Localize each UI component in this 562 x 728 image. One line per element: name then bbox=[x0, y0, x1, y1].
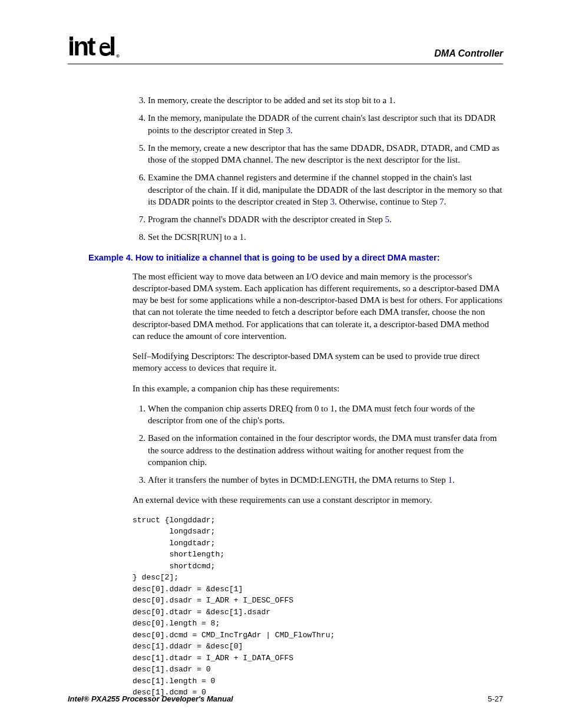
list-text: When the companion chip asserts DREQ fro… bbox=[148, 403, 503, 427]
text-run: . bbox=[290, 126, 293, 135]
list-item: 7. Program the channel's DDADR with the … bbox=[133, 213, 503, 225]
code-block: struct {longddadr; longdsadr; longdtadr;… bbox=[133, 515, 503, 699]
ordered-list-steps: 3. In memory, create the descriptor to b… bbox=[133, 94, 503, 243]
text-run: . bbox=[444, 197, 446, 206]
list-number: 3. bbox=[133, 474, 148, 486]
example-heading: Example 4. How to initialize a channel t… bbox=[88, 253, 503, 262]
list-item: 8. Set the DCSR[RUN] to a 1. bbox=[133, 231, 503, 243]
list-text: Set the DCSR[RUN] to a 1. bbox=[148, 231, 503, 243]
list-text: In the memory, create a new descriptor t… bbox=[148, 142, 503, 166]
text-run: . bbox=[389, 215, 392, 224]
list-number: 6. bbox=[133, 172, 148, 207]
step-link[interactable]: 5 bbox=[385, 215, 390, 224]
list-number: 5. bbox=[133, 142, 148, 166]
paragraph: In this example, a companion chip has th… bbox=[133, 383, 503, 394]
svg-point-2 bbox=[70, 37, 73, 41]
paragraph: The most efficient way to move data betw… bbox=[133, 271, 503, 342]
page-number: 5-27 bbox=[488, 694, 503, 703]
paragraph: An external device with these requiremen… bbox=[133, 494, 503, 506]
list-text: After it transfers the number of bytes i… bbox=[148, 474, 503, 486]
list-number: 3. bbox=[133, 94, 148, 106]
step-link[interactable]: 1 bbox=[448, 475, 453, 485]
list-number: 2. bbox=[133, 432, 148, 468]
list-item: 3. After it transfers the number of byte… bbox=[133, 474, 503, 486]
text-run: After it transfers the number of bytes i… bbox=[148, 475, 448, 485]
list-item: 1. When the companion chip asserts DREQ … bbox=[133, 403, 503, 427]
content: 3. In memory, create the descriptor to b… bbox=[68, 94, 503, 699]
footer: Intel® PXA255 Processor Developer's Manu… bbox=[68, 694, 503, 703]
text-run: In the memory, manipulate the DDADR of t… bbox=[148, 113, 496, 134]
list-item: 4. In the memory, manipulate the DDADR o… bbox=[133, 112, 503, 136]
text-run: . Otherwise, continue to Step bbox=[335, 197, 439, 206]
intel-logo-svg: int l ® bbox=[68, 34, 127, 61]
step-link[interactable]: 3 bbox=[286, 126, 291, 135]
ordered-list-requirements: 1. When the companion chip asserts DREQ … bbox=[133, 403, 503, 486]
header-rule bbox=[68, 64, 503, 64]
list-number: 4. bbox=[133, 112, 148, 136]
text-run: . bbox=[452, 475, 455, 485]
text-run: Program the channel's DDADR with the des… bbox=[148, 215, 385, 224]
list-text: Based on the information contained in th… bbox=[148, 432, 503, 468]
list-item: 3. In memory, create the descriptor to b… bbox=[133, 94, 503, 106]
svg-text:®: ® bbox=[116, 54, 120, 59]
step-link[interactable]: 3 bbox=[330, 197, 335, 206]
text-run: Examine the DMA channel registers and de… bbox=[148, 173, 503, 206]
list-number: 7. bbox=[133, 213, 148, 225]
list-text: In the memory, manipulate the DDADR of t… bbox=[148, 112, 503, 136]
intel-logo: int l ® bbox=[68, 34, 127, 67]
paragraph: Self–Modifying Descriptors: The descript… bbox=[133, 350, 503, 374]
footer-title: Intel® PXA255 Processor Developer's Manu… bbox=[68, 694, 233, 703]
list-item: 5. In the memory, create a new descripto… bbox=[133, 142, 503, 166]
page: int l ® DMA Controller 3. In memory, cre… bbox=[0, 0, 562, 728]
list-item: 2. Based on the information contained in… bbox=[133, 432, 503, 468]
list-text: In memory, create the descriptor to be a… bbox=[148, 94, 503, 106]
list-number: 8. bbox=[133, 231, 148, 243]
list-text: Examine the DMA channel registers and de… bbox=[148, 172, 503, 207]
list-item: 6. Examine the DMA channel registers and… bbox=[133, 172, 503, 207]
list-text: Program the channel's DDADR with the des… bbox=[148, 213, 503, 225]
list-number: 1. bbox=[133, 403, 148, 427]
section-title: DMA Controller bbox=[434, 48, 503, 59]
